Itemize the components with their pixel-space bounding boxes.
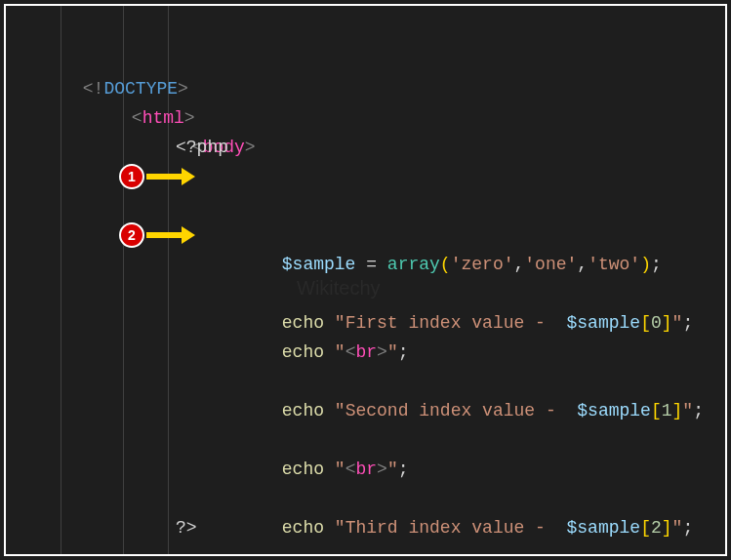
badge-icon: 1 (119, 164, 144, 189)
code-line: <body> (14, 74, 721, 103)
code-line: echo "<br>"; Wikitechy (14, 279, 721, 308)
code-line: echo "Third index value - $sample[2]"; (14, 455, 721, 484)
code-line: ?> (14, 484, 721, 513)
code-line (14, 250, 721, 279)
badge-icon: 2 (119, 222, 144, 248)
code-line (14, 367, 721, 396)
code-line (14, 133, 721, 162)
code-line: 1 $sample = array('zero','one','two'); (14, 162, 721, 191)
code-line: echo "<br>"; (14, 396, 721, 425)
code-line: <!DOCTYPE> (14, 16, 721, 45)
code-line: <html> (14, 45, 721, 74)
code-line: <?php (14, 103, 721, 133)
code-line: </body> (14, 513, 721, 542)
code-line: echo "Second index value - $sample[1]"; (14, 338, 721, 367)
code-editor: <!DOCTYPE> <html> <body> <?php 1 $sample… (4, 4, 727, 556)
code-line (14, 308, 721, 338)
code-line: </html> (14, 542, 721, 560)
arrow-icon (146, 164, 197, 189)
annotation-2: 2 (119, 222, 197, 248)
annotation-1: 1 (119, 164, 197, 189)
code-line: 2 echo "First index value - $sample[0]"; (14, 220, 721, 250)
code-line (14, 191, 721, 220)
arrow-icon (146, 222, 197, 248)
code-line (14, 425, 721, 455)
